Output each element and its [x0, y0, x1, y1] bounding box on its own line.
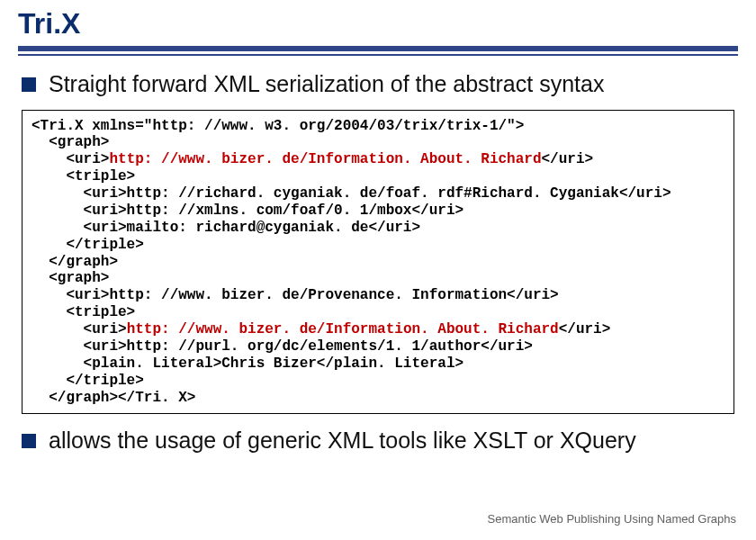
code-line: <Tri.X xmlns="http: //www. w3. org/2004/…: [32, 118, 524, 134]
code-line: <triple>: [32, 168, 135, 184]
code-line: </uri>: [559, 321, 611, 338]
code-line: <uri>http: //richard. cyganiak. de/foaf.…: [32, 185, 671, 202]
code-line: </graph></Tri. X>: [32, 390, 195, 406]
code-line: </graph>: [32, 254, 118, 270]
title-bar: Tri.X: [0, 0, 756, 56]
slide-title: Tri.X: [18, 7, 738, 40]
code-line: <graph>: [32, 134, 109, 150]
bullet-item: allows the usage of generic XML tools li…: [22, 428, 734, 454]
code-line: <uri>http: //purl. org/dc/elements/1. 1/…: [32, 338, 533, 355]
code-line: <uri>: [32, 151, 109, 167]
code-line: </triple>: [32, 237, 144, 253]
code-line: <uri>: [32, 321, 127, 338]
code-line: <graph>: [32, 270, 109, 286]
code-line: <plain. Literal>Chris Bizer</plain. Lite…: [32, 356, 464, 372]
bullet-item: Straight forward XML serialization of th…: [22, 72, 734, 97]
code-highlight: http: //www. bizer. de/Information. Abou…: [127, 321, 559, 338]
slide: Tri.X Straight forward XML serialization…: [0, 0, 756, 540]
bullet-square-icon: [22, 434, 36, 448]
code-line: <uri>http: //www. bizer. de/Provenance. …: [32, 287, 559, 303]
bullet-text: allows the usage of generic XML tools li…: [49, 428, 636, 454]
code-line: <triple>: [32, 304, 135, 320]
bullet-square-icon: [22, 77, 36, 92]
code-highlight: http: //www. bizer. de/Information. Abou…: [109, 151, 541, 167]
code-line: <uri>http: //xmlns. com/foaf/0. 1/mbox</…: [32, 202, 464, 219]
code-line: </triple>: [32, 373, 144, 389]
slide-content: Straight forward XML serialization of th…: [0, 56, 756, 454]
code-line: </uri>: [542, 151, 594, 167]
footer-text: Semantic Web Publishing Using Named Grap…: [487, 512, 736, 526]
bullet-text: Straight forward XML serialization of th…: [49, 72, 604, 97]
code-line: <uri>mailto: richard@cyganiak. de</uri>: [32, 220, 420, 236]
title-underline: [18, 46, 738, 56]
code-block: <Tri.X xmlns="http: //www. w3. org/2004/…: [22, 110, 734, 415]
